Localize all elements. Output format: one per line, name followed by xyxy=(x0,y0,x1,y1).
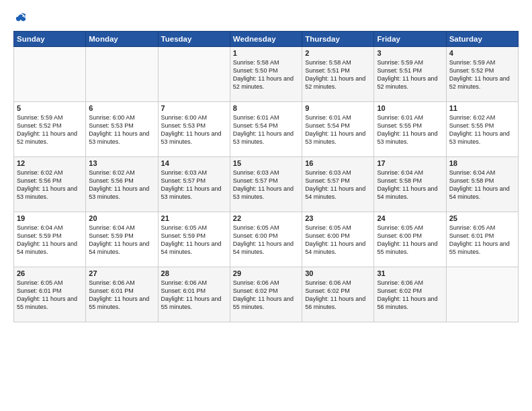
day-info: Sunrise: 6:06 AM Sunset: 6:02 PM Dayligh… xyxy=(305,279,371,312)
day-number: 30 xyxy=(305,269,371,277)
day-info: Sunrise: 6:05 AM Sunset: 6:00 PM Dayligh… xyxy=(233,224,299,257)
calendar-cell: 26Sunrise: 6:05 AM Sunset: 6:01 PM Dayli… xyxy=(14,267,86,322)
calendar-cell xyxy=(86,47,158,102)
day-number: 24 xyxy=(377,214,443,222)
day-info: Sunrise: 6:04 AM Sunset: 5:58 PM Dayligh… xyxy=(377,169,443,201)
calendar-cell: 21Sunrise: 6:05 AM Sunset: 5:59 PM Dayli… xyxy=(158,212,230,267)
calendar-cell: 23Sunrise: 6:05 AM Sunset: 6:00 PM Dayli… xyxy=(302,212,374,267)
calendar-cell xyxy=(446,267,518,322)
day-info: Sunrise: 6:06 AM Sunset: 6:01 PM Dayligh… xyxy=(89,279,154,312)
calendar-table: SundayMondayTuesdayWednesdayThursdayFrid… xyxy=(13,31,519,322)
calendar-cell: 10Sunrise: 6:01 AM Sunset: 5:55 PM Dayli… xyxy=(374,102,446,157)
calendar-cell: 8Sunrise: 6:01 AM Sunset: 5:54 PM Daylig… xyxy=(230,102,302,157)
calendar-cell: 17Sunrise: 6:04 AM Sunset: 5:58 PM Dayli… xyxy=(374,157,446,212)
day-number: 21 xyxy=(161,214,227,222)
calendar-cell: 20Sunrise: 6:04 AM Sunset: 5:59 PM Dayli… xyxy=(86,212,158,267)
day-info: Sunrise: 6:05 AM Sunset: 5:59 PM Dayligh… xyxy=(161,224,227,257)
day-info: Sunrise: 5:59 AM Sunset: 5:52 PM Dayligh… xyxy=(449,58,515,91)
weekday-wednesday: Wednesday xyxy=(230,32,302,47)
calendar-cell: 5Sunrise: 5:59 AM Sunset: 5:52 PM Daylig… xyxy=(14,102,86,157)
day-info: Sunrise: 6:05 AM Sunset: 6:00 PM Dayligh… xyxy=(305,224,371,257)
day-info: Sunrise: 6:00 AM Sunset: 5:53 PM Dayligh… xyxy=(161,113,227,146)
weekday-header-row: SundayMondayTuesdayWednesdayThursdayFrid… xyxy=(14,32,519,47)
week-row-1: 1Sunrise: 5:58 AM Sunset: 5:50 PM Daylig… xyxy=(14,47,519,102)
day-info: Sunrise: 6:01 AM Sunset: 5:54 PM Dayligh… xyxy=(233,113,299,146)
calendar-cell: 13Sunrise: 6:02 AM Sunset: 5:56 PM Dayli… xyxy=(86,157,158,212)
day-info: Sunrise: 6:01 AM Sunset: 5:55 PM Dayligh… xyxy=(377,113,443,146)
day-number: 19 xyxy=(17,214,83,222)
week-row-3: 12Sunrise: 6:02 AM Sunset: 5:56 PM Dayli… xyxy=(14,157,519,212)
calendar-cell: 14Sunrise: 6:03 AM Sunset: 5:57 PM Dayli… xyxy=(158,157,230,212)
day-number: 26 xyxy=(17,269,83,277)
day-number: 3 xyxy=(377,49,443,57)
day-info: Sunrise: 6:02 AM Sunset: 5:56 PM Dayligh… xyxy=(89,169,154,201)
calendar-cell xyxy=(14,47,86,102)
day-number: 1 xyxy=(233,49,299,57)
day-number: 17 xyxy=(377,159,443,167)
calendar-cell: 9Sunrise: 6:01 AM Sunset: 5:54 PM Daylig… xyxy=(302,102,374,157)
weekday-friday: Friday xyxy=(374,32,446,47)
day-number: 23 xyxy=(305,214,371,222)
calendar-cell: 3Sunrise: 5:59 AM Sunset: 5:51 PM Daylig… xyxy=(374,47,446,102)
week-row-5: 26Sunrise: 6:05 AM Sunset: 6:01 PM Dayli… xyxy=(14,267,519,322)
calendar-cell: 27Sunrise: 6:06 AM Sunset: 6:01 PM Dayli… xyxy=(86,267,158,322)
calendar-cell: 30Sunrise: 6:06 AM Sunset: 6:02 PM Dayli… xyxy=(302,267,374,322)
calendar-cell: 15Sunrise: 6:03 AM Sunset: 5:57 PM Dayli… xyxy=(230,157,302,212)
header xyxy=(13,12,519,24)
day-info: Sunrise: 6:03 AM Sunset: 5:57 PM Dayligh… xyxy=(305,169,371,201)
day-number: 10 xyxy=(377,104,443,112)
calendar-page: SundayMondayTuesdayWednesdayThursdayFrid… xyxy=(0,0,532,411)
day-info: Sunrise: 6:06 AM Sunset: 6:02 PM Dayligh… xyxy=(377,279,443,312)
calendar-cell: 28Sunrise: 6:06 AM Sunset: 6:01 PM Dayli… xyxy=(158,267,230,322)
day-info: Sunrise: 6:02 AM Sunset: 5:56 PM Dayligh… xyxy=(17,169,83,201)
weekday-tuesday: Tuesday xyxy=(158,32,230,47)
calendar-cell: 29Sunrise: 6:06 AM Sunset: 6:02 PM Dayli… xyxy=(230,267,302,322)
day-info: Sunrise: 6:03 AM Sunset: 5:57 PM Dayligh… xyxy=(233,169,299,201)
day-info: Sunrise: 6:04 AM Sunset: 5:58 PM Dayligh… xyxy=(449,169,515,201)
day-info: Sunrise: 6:03 AM Sunset: 5:57 PM Dayligh… xyxy=(161,169,227,201)
day-number: 29 xyxy=(233,269,299,277)
day-number: 13 xyxy=(89,159,154,167)
calendar-cell: 18Sunrise: 6:04 AM Sunset: 5:58 PM Dayli… xyxy=(446,157,518,212)
logo-bird-icon xyxy=(15,12,27,24)
calendar-cell: 19Sunrise: 6:04 AM Sunset: 5:59 PM Dayli… xyxy=(14,212,86,267)
calendar-cell: 7Sunrise: 6:00 AM Sunset: 5:53 PM Daylig… xyxy=(158,102,230,157)
day-number: 8 xyxy=(233,104,299,112)
day-number: 7 xyxy=(161,104,227,112)
day-info: Sunrise: 6:04 AM Sunset: 5:59 PM Dayligh… xyxy=(17,224,83,257)
logo xyxy=(13,12,27,24)
day-info: Sunrise: 6:05 AM Sunset: 6:01 PM Dayligh… xyxy=(17,279,83,312)
day-info: Sunrise: 6:05 AM Sunset: 6:01 PM Dayligh… xyxy=(449,224,515,257)
day-number: 25 xyxy=(449,214,515,222)
weekday-saturday: Saturday xyxy=(446,32,518,47)
day-info: Sunrise: 6:06 AM Sunset: 6:01 PM Dayligh… xyxy=(161,279,227,312)
day-info: Sunrise: 5:59 AM Sunset: 5:52 PM Dayligh… xyxy=(17,113,83,146)
calendar-cell: 12Sunrise: 6:02 AM Sunset: 5:56 PM Dayli… xyxy=(14,157,86,212)
weekday-monday: Monday xyxy=(86,32,158,47)
day-number: 22 xyxy=(233,214,299,222)
day-info: Sunrise: 6:05 AM Sunset: 6:00 PM Dayligh… xyxy=(377,224,443,257)
day-number: 6 xyxy=(89,104,154,112)
weekday-sunday: Sunday xyxy=(14,32,86,47)
day-number: 27 xyxy=(89,269,154,277)
day-number: 14 xyxy=(161,159,227,167)
day-number: 20 xyxy=(89,214,154,222)
day-number: 11 xyxy=(449,104,515,112)
day-info: Sunrise: 6:06 AM Sunset: 6:02 PM Dayligh… xyxy=(233,279,299,312)
day-info: Sunrise: 6:00 AM Sunset: 5:53 PM Dayligh… xyxy=(89,113,154,146)
day-info: Sunrise: 6:02 AM Sunset: 5:55 PM Dayligh… xyxy=(449,113,515,146)
day-number: 16 xyxy=(305,159,371,167)
week-row-4: 19Sunrise: 6:04 AM Sunset: 5:59 PM Dayli… xyxy=(14,212,519,267)
day-info: Sunrise: 5:58 AM Sunset: 5:50 PM Dayligh… xyxy=(233,58,299,91)
day-info: Sunrise: 6:04 AM Sunset: 5:59 PM Dayligh… xyxy=(89,224,154,257)
day-number: 31 xyxy=(377,269,443,277)
day-number: 2 xyxy=(305,49,371,57)
day-number: 18 xyxy=(449,159,515,167)
calendar-cell xyxy=(158,47,230,102)
day-info: Sunrise: 5:59 AM Sunset: 5:51 PM Dayligh… xyxy=(377,58,443,91)
day-number: 4 xyxy=(449,49,515,57)
day-number: 15 xyxy=(233,159,299,167)
week-row-2: 5Sunrise: 5:59 AM Sunset: 5:52 PM Daylig… xyxy=(14,102,519,157)
calendar-cell: 6Sunrise: 6:00 AM Sunset: 5:53 PM Daylig… xyxy=(86,102,158,157)
calendar-cell: 2Sunrise: 5:58 AM Sunset: 5:51 PM Daylig… xyxy=(302,47,374,102)
